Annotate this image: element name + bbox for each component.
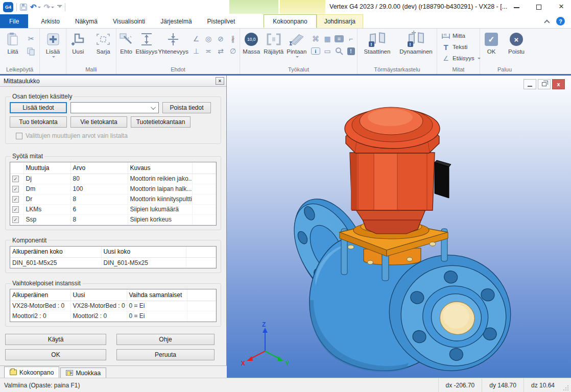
exit-button[interactable]: × Poistu: [506, 30, 527, 55]
tab-visualisointi[interactable]: Visualisointi: [105, 14, 153, 28]
paste-button[interactable]: Liitä: [1, 30, 25, 55]
panel-close-icon[interactable]: ×: [216, 77, 224, 85]
dialog-ok-button[interactable]: OK: [5, 349, 106, 360]
row-checkbox[interactable]: ✓: [12, 176, 19, 182]
profile-tool-icon[interactable]: ⌐: [345, 33, 356, 44]
constraint-button[interactable]: Ehto: [117, 30, 135, 55]
tab-nakyma[interactable]: Näkymä: [67, 14, 105, 28]
search-icon[interactable]: [334, 45, 345, 57]
table-row[interactable]: ✓ Dr8Moottorin kiinnityspultti: [10, 194, 216, 204]
tab-muokkaa-bottom[interactable]: Muokkaa: [60, 368, 106, 378]
panel-title-bar[interactable]: Mittataulukko ×: [0, 76, 226, 87]
mass-button[interactable]: 10,0 Massa: [241, 30, 262, 55]
warning-icon[interactable]: !: [345, 45, 356, 57]
table-row[interactable]: ✓ LKMs6Siipien lukumäärä: [10, 204, 216, 214]
cancel-button[interactable]: Peruuta: [116, 349, 215, 360]
static-collision-button[interactable]: ! Staattinen: [361, 30, 394, 55]
angle-constraint-icon[interactable]: ∠: [191, 33, 202, 44]
group-label-dimensions: Mitat: [437, 66, 480, 74]
dimension-button[interactable]: 45 Mitta: [441, 30, 465, 41]
help-icon[interactable]: ?: [556, 17, 565, 26]
tab-johdinsarja[interactable]: Johdinsarja: [317, 14, 363, 28]
tab-arkisto[interactable]: Arkisto: [33, 14, 67, 28]
tab-kokoonpano-bottom[interactable]: Kokoonpano: [4, 366, 59, 378]
chevron-down-icon: [296, 56, 299, 59]
equals-tool-icon[interactable]: =: [334, 33, 345, 44]
tab-pistepilvet[interactable]: Pistepilvet: [200, 14, 243, 28]
customize-toolbar-icon[interactable]: [57, 5, 62, 10]
ok-button[interactable]: ✓ OK: [482, 30, 501, 55]
product-database-button[interactable]: Tuotetietokantaan: [131, 116, 191, 128]
copy-icon[interactable]: [27, 47, 35, 56]
drawer-icon[interactable]: ▭: [322, 45, 333, 57]
dynamic-collision-button[interactable]: ! Dynaaminen: [398, 30, 434, 55]
mdi-close-button[interactable]: x: [552, 79, 565, 89]
configuration-combobox[interactable]: [70, 102, 159, 113]
collapse-ribbon-icon[interactable]: [544, 19, 550, 25]
apply-button[interactable]: Käytä: [5, 334, 106, 345]
table-row[interactable]: DIN_601-M5x25 DIN_601-M5x25: [10, 258, 216, 268]
table-row[interactable]: ✓ Dj80Moottorin reikien jako...: [10, 174, 216, 184]
listed-values-checkbox[interactable]: [16, 133, 22, 139]
instances-groupbox: Vaihtokelpoiset instanssit Alkuperäinen …: [5, 280, 221, 327]
text-button[interactable]: T Teksti: [441, 41, 467, 53]
remove-data-button[interactable]: Poista tiedot: [162, 102, 211, 113]
insert-button[interactable]: Lisää: [41, 30, 65, 59]
export-database-button[interactable]: Vie tietokanta: [70, 116, 127, 128]
table-row[interactable]: ✓ Dm100Moottorin laipan halk...: [10, 184, 216, 194]
concentric-constraint-icon[interactable]: ◎: [203, 33, 214, 44]
mdi-restore-button[interactable]: [538, 79, 551, 89]
minimize-button[interactable]: [512, 3, 521, 11]
col-header[interactable]: Uusi koko: [101, 247, 186, 258]
perpendicular-constraint-icon[interactable]: ⊥: [191, 45, 202, 57]
redo-icon[interactable]: ↷: [44, 3, 55, 12]
col-header[interactable]: Muuttuja: [23, 162, 70, 174]
row-checkbox[interactable]: ✓: [12, 216, 19, 223]
info-icon[interactable]: i: [310, 45, 321, 57]
table-tool-icon[interactable]: ▦: [322, 33, 333, 44]
tab-file[interactable]: File: [0, 14, 28, 28]
col-header[interactable]: Uusi: [70, 289, 127, 301]
help-button[interactable]: Ohje: [116, 334, 215, 345]
3d-viewport[interactable]: Z X Y x: [227, 76, 571, 378]
table-row[interactable]: Moottori2 : 0 Moottori2 : 0 0 = Ei: [10, 311, 216, 321]
part-data-groupbox: Osan tietojen käsittely Lisää tiedot Poi…: [5, 93, 221, 144]
app-logo-icon[interactable]: G4: [3, 2, 13, 12]
new-model-button[interactable]: Uusi: [67, 30, 89, 55]
row-checkbox[interactable]: ✓: [12, 206, 19, 213]
to-surface-button[interactable]: Pintaan: [286, 30, 308, 59]
explode-button[interactable]: Räjäytä: [262, 30, 286, 55]
undo-icon[interactable]: ↶: [30, 3, 41, 12]
resize-grip[interactable]: [563, 385, 569, 391]
row-checkbox[interactable]: ✓: [12, 196, 19, 203]
table-row[interactable]: ✓ Ssp8Siipien korkeus: [10, 214, 216, 225]
save-icon[interactable]: [20, 4, 27, 11]
col-header[interactable]: Arvo: [70, 162, 128, 174]
close-button[interactable]: ×: [557, 2, 566, 12]
equal-distance-constraint-icon[interactable]: ⇄: [215, 45, 226, 57]
tangent-constraint-icon[interactable]: ⊘: [215, 33, 226, 44]
symmetry-constraint-icon[interactable]: ∦: [227, 33, 239, 44]
tab-kokoonpano-active[interactable]: Kokoonpano: [264, 14, 316, 28]
parallel-constraint-icon[interactable]: ≍: [203, 45, 214, 57]
ribbon-group-collision: ! Staattinen ! Dynaaminen Törmäystarkast…: [358, 29, 437, 74]
distance-constraint-button[interactable]: Etäisyys: [135, 30, 158, 55]
series-button[interactable]: Sarja: [92, 30, 115, 55]
col-header[interactable]: Vaihda samanlaiset: [127, 289, 187, 301]
routing-tree-icon[interactable]: ⌘: [310, 33, 321, 44]
measure-angle-icon: ∠: [441, 55, 450, 62]
col-header[interactable]: Alkuperäinen: [10, 289, 70, 301]
measure-distance-button[interactable]: ∠ Etäisyys: [441, 53, 481, 64]
col-header[interactable]: Alkuperäinen koko: [10, 247, 101, 258]
row-checkbox[interactable]: ✓: [12, 186, 19, 192]
cut-icon[interactable]: ✂: [26, 33, 37, 44]
table-row[interactable]: VX28-MotorBed : 0 VX28-MotorBed : 0 0 = …: [10, 301, 216, 311]
fix-constraint-icon[interactable]: ∅: [227, 45, 239, 57]
tab-jarjestelma[interactable]: Järjestelmä: [153, 14, 199, 28]
col-header[interactable]: Kuvaus: [128, 162, 192, 174]
coincidence-constraint-button[interactable]: Yhtenevyys: [158, 30, 188, 55]
mdi-minimize-button[interactable]: [524, 79, 536, 89]
maximize-button[interactable]: [534, 3, 543, 11]
add-data-button[interactable]: Lisää tiedot: [10, 102, 67, 113]
import-database-button[interactable]: Tuo tietokanta: [10, 116, 67, 128]
